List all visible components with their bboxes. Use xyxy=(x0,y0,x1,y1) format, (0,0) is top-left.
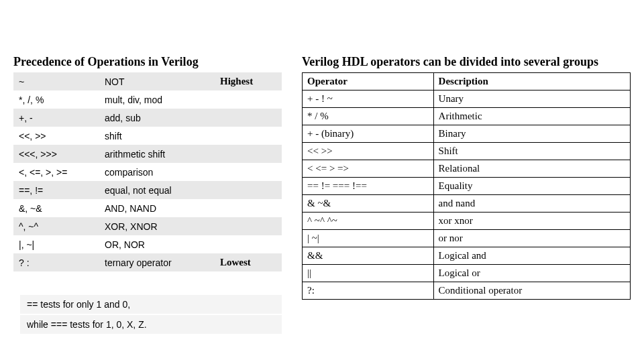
desc-cell: OR, NOR xyxy=(99,235,215,253)
op-cell: ==, != xyxy=(13,181,99,199)
table-row: << >>Shift xyxy=(303,143,631,160)
desc-cell: Equality xyxy=(433,178,630,195)
desc-cell: add, sub xyxy=(99,109,215,127)
table-row: == != === !==Equality xyxy=(303,178,631,195)
table-row: < <= > =>Relational xyxy=(303,160,631,178)
desc-cell: ternary operator xyxy=(99,253,215,272)
op-cell: ^ ~^ ^~ xyxy=(303,213,434,230)
groups-table: Operator Description + - ! ~Unary * / %A… xyxy=(302,72,631,300)
header-op: Operator xyxy=(303,73,434,90)
table-row: ==, !=equal, not equal xyxy=(13,181,282,199)
desc-cell: AND, NAND xyxy=(99,199,215,217)
op-cell: ? : xyxy=(13,253,99,272)
header-desc: Description xyxy=(433,73,630,90)
op-cell: + - (binary) xyxy=(303,125,434,143)
table-row: <<, >>shift xyxy=(13,127,282,145)
op-cell: <<<, >>> xyxy=(13,145,99,163)
table-row: | ~|or nor xyxy=(303,230,631,247)
table-row: |, ~|OR, NOR xyxy=(13,235,282,253)
table-row: ||Logical or xyxy=(303,265,631,282)
op-cell: |, ~| xyxy=(13,235,99,253)
groups-title: Verilog HDL operators can be divided int… xyxy=(302,55,598,69)
op-cell: ^, ~^ xyxy=(13,217,99,235)
desc-cell: Logical or xyxy=(433,265,630,282)
footnote-line-2: while === tests for 1, 0, X, Z. xyxy=(20,315,282,334)
desc-cell: Arithmetic xyxy=(433,108,630,125)
level-label: Lowest xyxy=(215,253,282,272)
table-row: + - ! ~Unary xyxy=(303,90,631,108)
op-cell: + - ! ~ xyxy=(303,90,434,108)
table-row: ?:Conditional operator xyxy=(303,282,631,300)
desc-cell: Shift xyxy=(433,143,630,160)
op-cell: | ~| xyxy=(303,230,434,247)
op-cell: *, /, % xyxy=(13,90,99,109)
table-row: ^ ~^ ^~xor xnor xyxy=(303,213,631,230)
op-cell: << >> xyxy=(303,143,434,160)
precedence-title: Precedence of Operations in Verilog xyxy=(13,55,199,69)
op-cell: == != === !== xyxy=(303,178,434,195)
table-row: & ~&and nand xyxy=(303,195,631,213)
desc-cell: Logical and xyxy=(433,247,630,265)
op-cell: <<, >> xyxy=(13,127,99,145)
op-cell: * / % xyxy=(303,108,434,125)
desc-cell: xor xnor xyxy=(433,213,630,230)
op-cell: & ~& xyxy=(303,195,434,213)
table-header: Operator Description xyxy=(303,73,631,90)
table-row: &&Logical and xyxy=(303,247,631,265)
op-cell: <, <=, >, >= xyxy=(13,163,99,181)
table-row: &, ~&AND, NAND xyxy=(13,199,282,217)
desc-cell: Conditional operator xyxy=(433,282,630,300)
desc-cell: arithmetic shift xyxy=(99,145,215,163)
table-row: <<<, >>>arithmetic shift xyxy=(13,145,282,163)
desc-cell: XOR, XNOR xyxy=(99,217,215,235)
op-cell: < <= > => xyxy=(303,160,434,178)
op-cell: || xyxy=(303,265,434,282)
table-row: +, -add, sub xyxy=(13,109,282,127)
footnote-line-1: == tests for only 1 and 0, xyxy=(20,295,282,314)
op-cell: +, - xyxy=(13,109,99,127)
desc-cell: NOT xyxy=(99,72,215,90)
desc-cell: Relational xyxy=(433,160,630,178)
desc-cell: Unary xyxy=(433,90,630,108)
table-row: <, <=, >, >=comparison xyxy=(13,163,282,181)
desc-cell: equal, not equal xyxy=(99,181,215,199)
level-label: Highest xyxy=(215,72,282,90)
table-row: ? :ternary operatorLowest xyxy=(13,253,282,272)
op-cell: ~ xyxy=(13,72,99,90)
desc-cell: and nand xyxy=(433,195,630,213)
op-cell: &, ~& xyxy=(13,199,99,217)
table-row: * / %Arithmetic xyxy=(303,108,631,125)
op-cell: && xyxy=(303,247,434,265)
desc-cell: shift xyxy=(99,127,215,145)
table-row: ~NOTHighest xyxy=(13,72,282,90)
desc-cell: comparison xyxy=(99,163,215,181)
desc-cell: Binary xyxy=(433,125,630,143)
desc-cell: mult, div, mod xyxy=(99,90,215,109)
precedence-table: ~NOTHighest *, /, %mult, div, mod +, -ad… xyxy=(13,72,282,272)
desc-cell: or nor xyxy=(433,230,630,247)
table-row: + - (binary)Binary xyxy=(303,125,631,143)
table-row: *, /, %mult, div, mod xyxy=(13,90,282,109)
op-cell: ?: xyxy=(303,282,434,300)
table-row: ^, ~^XOR, XNOR xyxy=(13,217,282,235)
